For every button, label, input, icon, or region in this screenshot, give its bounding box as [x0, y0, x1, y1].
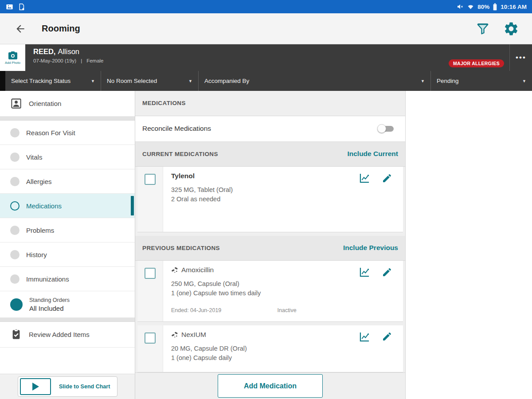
selected-indicator [131, 196, 134, 215]
sidebar-separator [0, 318, 135, 322]
major-allergies-badge[interactable]: MAJOR ALLERGIES [449, 59, 504, 67]
checkbox-column [137, 167, 163, 231]
current-medications-title: CURRENT MEDICATIONS [142, 151, 218, 157]
send-chart-label: Slide to Send Chart [59, 383, 110, 390]
med-checkbox[interactable] [145, 174, 156, 185]
reconcile-medications-row: Reconcile Medications [135, 116, 405, 142]
settings-button[interactable] [502, 20, 520, 38]
patient-banner: Add Photo REED,Allison 07-May-2000 (19y)… [0, 44, 532, 71]
checkbox-column [137, 325, 163, 372]
filled-circle-icon [10, 298, 23, 311]
tracking-left-edge [0, 71, 5, 91]
edit-icon[interactable] [382, 267, 392, 278]
sidebar-item-label: Orientation [29, 100, 61, 107]
med-dose: 250 MG, Capsule (Oral) [171, 280, 392, 287]
section-gap [135, 232, 405, 236]
sidebar-item-label: Immunizations [26, 275, 69, 283]
med-checkbox[interactable] [145, 332, 156, 344]
med-name-text: Amoxicillin [181, 266, 214, 274]
gear-icon [503, 21, 519, 37]
tracking-status-value: Select Tracking Status [11, 78, 70, 84]
add-photo-button[interactable]: Add Photo [0, 44, 25, 71]
trend-chart-icon[interactable] [359, 331, 371, 343]
edit-icon[interactable] [382, 331, 392, 342]
pending-dropdown[interactable]: Pending ▼ [431, 71, 532, 91]
patient-sex: Female [86, 58, 103, 63]
sidebar-item-reason-for-visit[interactable]: Reason For Visit [0, 121, 135, 145]
chevron-down-icon: ▼ [91, 79, 95, 83]
reconcile-label: Reconcile Medications [142, 125, 211, 133]
chevron-down-icon: ▼ [188, 79, 192, 83]
accompanied-by-dropdown[interactable]: Accompanied By ▼ [199, 71, 431, 91]
clipboard-check-icon [10, 329, 22, 340]
status-circle-icon [10, 201, 20, 211]
sidebar-item-orientation[interactable]: Orientation [0, 91, 135, 117]
previous-medications-header: PREVIOUS MEDICATIONS Include Previous [135, 236, 405, 261]
add-medication-button[interactable]: Add Medication [218, 374, 323, 398]
pills-icon [171, 331, 178, 338]
sidebar-item-medications[interactable]: Medications [0, 194, 135, 218]
camera-icon [8, 51, 18, 60]
tracking-status-dropdown[interactable]: Select Tracking Status ▼ [5, 71, 101, 91]
med-sig: 1 (one) Capsule daily [171, 354, 392, 361]
standing-orders-title: Standing Orders [29, 297, 70, 303]
overflow-menu-button[interactable]: ••• [510, 44, 532, 71]
sidebar-item-label: Medications [26, 202, 62, 210]
sidebar-item-problems[interactable]: Problems [0, 218, 135, 243]
filter-button[interactable] [473, 20, 492, 38]
sidebar-item-allergies[interactable]: Allergies [0, 169, 135, 194]
slide-to-send-chart[interactable]: Slide to Send Chart [18, 376, 117, 397]
sidebar-item-label: Allergies [26, 178, 52, 185]
include-previous-link[interactable]: Include Previous [343, 244, 398, 252]
sidebar-item-vitals[interactable]: Vitals [0, 145, 135, 169]
meta-separator: | [81, 58, 82, 63]
status-circle-icon [10, 128, 20, 137]
med-status: Inactive [278, 307, 297, 313]
med-checkbox[interactable] [145, 268, 156, 279]
sidebar-item-label: History [26, 251, 47, 258]
app-header: Rooming [0, 13, 532, 44]
status-circle-icon [10, 274, 20, 284]
filter-icon [475, 21, 490, 36]
battery-icon [493, 3, 497, 11]
include-current-link[interactable]: Include Current [347, 150, 398, 158]
medications-title: MEDICATIONS [142, 100, 186, 106]
previous-medications-title: PREVIOUS MEDICATIONS [142, 245, 220, 251]
med-card-nexium[interactable]: NexIUM 20 MG, Capsule DR (Oral) 1 (one) … [137, 325, 403, 373]
sidebar-separator [0, 117, 135, 121]
sidebar-item-review-added-items[interactable]: Review Added Items [0, 322, 135, 348]
status-circle-icon [10, 177, 20, 186]
page-title: Rooming [42, 23, 80, 34]
reconcile-toggle[interactable] [378, 124, 394, 133]
trend-chart-icon[interactable] [359, 172, 371, 184]
toggle-thumb [377, 124, 386, 133]
status-circle-icon [10, 153, 20, 162]
sidebar-item-standing-orders[interactable]: Standing Orders All Included [0, 291, 135, 318]
rooming-sidebar: Orientation Reason For Visit Vitals Alle… [0, 91, 135, 399]
sidebar-item-history[interactable]: History [0, 243, 135, 267]
sidebar-spacer [0, 348, 135, 374]
accompanied-by-value: Accompanied By [204, 78, 249, 84]
send-chart-handle[interactable] [20, 378, 51, 395]
trend-chart-icon[interactable] [359, 266, 371, 278]
sidebar-item-immunizations[interactable]: Immunizations [0, 267, 135, 291]
pending-value: Pending [437, 78, 459, 84]
sidebar-item-label: Reason For Visit [26, 129, 75, 137]
right-empty-area [406, 91, 532, 399]
add-photo-label: Add Photo [5, 61, 20, 65]
room-value: No Room Selected [107, 78, 157, 84]
med-sig: 1 (one) Capsule two times daily [171, 289, 392, 297]
patient-name: REED,Allison [33, 47, 104, 56]
patient-info: REED,Allison 07-May-2000 (19y) | Female [25, 44, 104, 71]
edit-icon[interactable] [382, 173, 392, 184]
room-dropdown[interactable]: No Room Selected ▼ [101, 71, 199, 91]
status-circle-icon [10, 250, 20, 259]
pills-icon [171, 266, 178, 274]
current-medications-header: CURRENT MEDICATIONS Include Current [135, 142, 405, 167]
med-name-text: NexIUM [181, 331, 206, 339]
back-button[interactable] [12, 20, 29, 38]
med-card-amoxicillin[interactable]: Amoxicillin 250 MG, Capsule (Oral) 1 (on… [137, 261, 403, 321]
mute-icon [457, 3, 464, 10]
med-card-tylenol[interactable]: Tylenol 325 MG, Tablet (Oral) 2 Oral as … [137, 167, 403, 232]
person-icon [10, 98, 22, 110]
